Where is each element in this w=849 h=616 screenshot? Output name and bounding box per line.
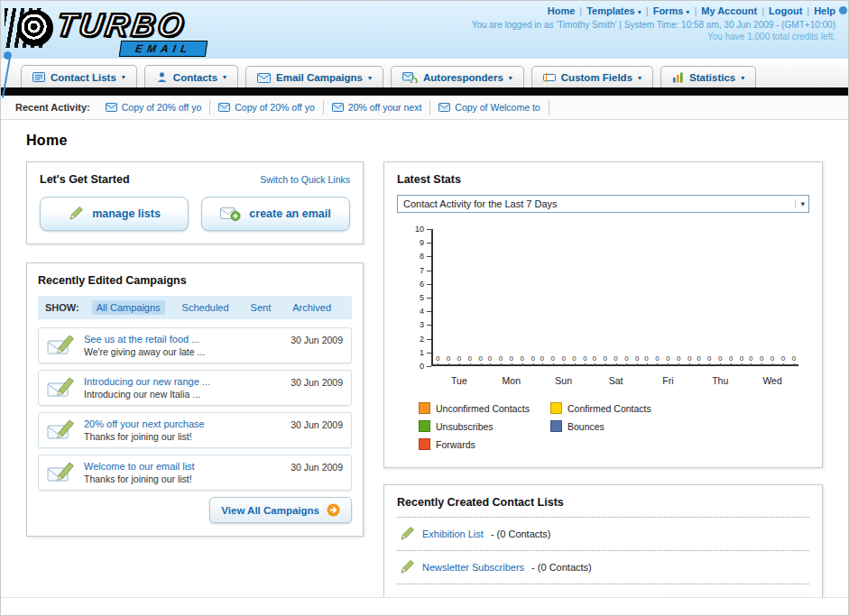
legend-item-confirmed-contacts: Confirmed Contacts <box>550 402 682 414</box>
chart-legend: Unconfirmed ContactsConfirmed ContactsUn… <box>397 402 809 456</box>
recent-activity-bar: Recent Activity: Copy of 20% off yoCopy … <box>1 96 848 120</box>
contact-list-link[interactable]: Exhibition List <box>422 529 484 539</box>
campaign-title-link[interactable]: 20% off your next purchase <box>84 418 282 430</box>
manage-lists-button[interactable]: manage lists <box>40 197 189 231</box>
legend-item-bounces: Bounces <box>550 420 682 432</box>
chevron-down-icon: ▾ <box>509 74 512 82</box>
recent-activity-item[interactable]: Copy of 20% off yo <box>210 100 324 115</box>
nav-divider <box>1 87 848 96</box>
y-axis-tick <box>427 243 431 244</box>
chevron-down-icon: ▾ <box>122 73 125 81</box>
chart-value-label: 0 <box>771 354 774 363</box>
legend-label: Bounces <box>568 421 604 432</box>
nav-tab-autoresponders[interactable]: Autoresponders▾ <box>391 66 524 87</box>
chart-value-label: 0 <box>572 354 576 363</box>
chart-value-labels: 00000 <box>697 354 743 363</box>
recent-activity-item[interactable]: 20% off your next <box>324 100 431 115</box>
chart-value-labels: 00000 <box>540 354 587 363</box>
chart-value-labels: 00000 <box>488 354 535 363</box>
chart-value-label: 0 <box>792 354 796 363</box>
chart-value-label: 0 <box>447 354 450 363</box>
envelope-icon <box>438 103 450 112</box>
get-started-buttons: manage listscreate an email <box>40 197 350 231</box>
create-an-email-button[interactable]: create an email <box>201 197 350 231</box>
login-status: You are logged in as 'Timothy Smith' | S… <box>472 20 835 30</box>
footer-strip <box>1 597 848 615</box>
main-content: Home Let's Get Started Switch to Quick L… <box>1 120 848 616</box>
campaign-item[interactable]: 20% off your next purchaseThanks for joi… <box>38 412 352 448</box>
chart-value-label: 0 <box>677 354 680 363</box>
contact-list-link[interactable]: Newsletter Subscribers <box>422 562 524 573</box>
chevron-down-icon: ▾ <box>741 74 744 82</box>
email-campaigns-icon <box>257 73 271 83</box>
y-axis-tick <box>427 229 431 230</box>
nav-tab-custom-fields[interactable]: Custom Fields▾ <box>531 66 653 87</box>
legend-label: Unsubscribes <box>436 421 494 432</box>
nav-tab-contact-lists[interactable]: Contact Lists▾ <box>21 65 137 87</box>
y-axis-label: 9 <box>397 238 424 247</box>
campaign-list: See us at the retail food ...We're givin… <box>38 327 352 491</box>
chart-category-group: 00000Mon <box>485 229 538 364</box>
chart-value-label: 0 <box>718 354 722 363</box>
campaign-title-link[interactable]: Introducing our new range ... <box>84 375 282 388</box>
campaign-text: See us at the retail food ...We're givin… <box>84 333 282 358</box>
top-nav-link-my-account[interactable]: My Account <box>701 5 757 16</box>
envelope-pencil-icon <box>47 418 76 442</box>
legend-swatch <box>419 402 430 414</box>
nav-tab-label: Contact Lists <box>51 72 116 83</box>
campaign-tab-archived[interactable]: Archived <box>288 300 336 315</box>
campaign-date: 30 Jun 2009 <box>291 377 343 388</box>
logo-subtitle: EMAIL <box>119 41 208 57</box>
campaign-tab-all-campaigns[interactable]: All Campaigns <box>92 300 165 315</box>
recent-campaigns-panel: Recently Edited Campaigns SHOW: All Camp… <box>26 262 364 537</box>
right-column: Latest Stats Contact Activity for the La… <box>383 161 823 616</box>
stats-filter-value: Contact Activity for the Last 7 Days <box>403 198 558 209</box>
nav-tab-statistics[interactable]: Statistics▾ <box>660 66 756 87</box>
stats-filter-select[interactable]: Contact Activity for the Last 7 Days ▾ <box>397 195 809 213</box>
pencil-icon <box>399 526 415 542</box>
legend-swatch <box>419 438 430 450</box>
get-started-title: Let's Get Started <box>40 173 130 186</box>
nav-tab-label: Custom Fields <box>561 72 632 83</box>
envelope-pencil-icon <box>47 334 76 357</box>
top-nav-link-help[interactable]: Help <box>814 5 835 16</box>
chart-value-label: 0 <box>624 354 628 363</box>
chevron-down-icon: ▾ <box>223 73 226 81</box>
columns: Let's Get Started Switch to Quick Links … <box>26 161 823 616</box>
top-nav-link-templates[interactable]: Templates ▾ <box>586 5 641 16</box>
x-axis-label: Thu <box>694 375 746 386</box>
page: TURBO EMAIL Home|Templates ▾|Forms ▾|My … <box>1 1 848 616</box>
legend-label: Forwards <box>436 439 475 450</box>
nav-tab-email-campaigns[interactable]: Email Campaigns▾ <box>245 66 383 87</box>
recent-activity-items: Copy of 20% off yoCopy of 20% off yo20% … <box>97 96 549 119</box>
envelope-plus-icon <box>220 207 241 221</box>
campaign-filter-tabs: SHOW: All CampaignsScheduledSentArchived <box>38 296 352 319</box>
campaign-item[interactable]: Introducing our new range ...Introducing… <box>38 370 352 406</box>
chart-category-group: 00000Tue <box>433 229 485 364</box>
campaign-item[interactable]: See us at the retail food ...We're givin… <box>38 327 352 363</box>
logo-swirl-icon <box>17 10 53 46</box>
recent-activity-item[interactable]: Copy of 20% off yo <box>97 100 211 115</box>
legend-item-forwards: Forwards <box>419 438 550 450</box>
chart-value-label: 0 <box>614 354 617 363</box>
campaign-tab-sent[interactable]: Sent <box>246 300 276 315</box>
recent-activity-item[interactable]: Copy of Welcome to <box>430 100 549 115</box>
link-separator: | <box>694 5 697 16</box>
top-nav-link-home[interactable]: Home <box>548 5 576 16</box>
campaign-title-link[interactable]: Welcome to our email list <box>84 460 282 473</box>
y-axis-tick <box>427 271 431 271</box>
x-axis-label: Mon <box>485 375 538 386</box>
campaign-item[interactable]: Welcome to our email listThanks for join… <box>38 455 352 491</box>
link-separator: | <box>761 5 764 16</box>
top-nav-link-forms[interactable]: Forms ▾ <box>653 5 690 16</box>
switch-quick-links-link[interactable]: Switch to Quick Links <box>260 174 350 185</box>
view-all-campaigns-button[interactable]: View All Campaigns <box>209 497 352 523</box>
nav-tab-label: Email Campaigns <box>276 72 363 83</box>
top-nav-link-logout[interactable]: Logout <box>769 5 802 16</box>
nav-tab-contacts[interactable]: Contacts▾ <box>144 65 238 87</box>
chevron-down-icon: ▾ <box>638 74 641 82</box>
campaign-title-link[interactable]: See us at the retail food ... <box>84 333 282 345</box>
recent-activity-label: Recent Activity: <box>15 102 90 113</box>
campaign-subtitle: Introducing our new Italia ... <box>84 388 282 400</box>
campaign-tab-scheduled[interactable]: Scheduled <box>178 300 234 315</box>
